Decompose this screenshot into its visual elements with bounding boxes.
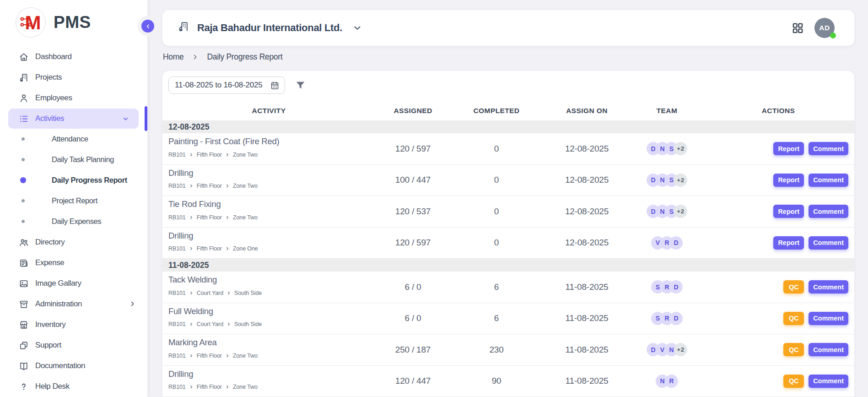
comment-button[interactable]: Comment	[809, 236, 848, 250]
assign-on-value: 11-08-2025	[542, 376, 631, 386]
comment-button[interactable]: Comment	[809, 142, 848, 155]
bullet-icon	[20, 199, 26, 202]
row-actions: ReportComment	[702, 236, 854, 250]
team-more-badge[interactable]: +2	[674, 174, 687, 187]
column-header-team: TEAM	[631, 107, 702, 115]
team-avatars: NR	[631, 375, 702, 388]
chevron-right-icon	[189, 152, 194, 157]
sidebar-subitem-project-report[interactable]: Project Report	[0, 190, 147, 211]
completed-value: 0	[451, 207, 542, 217]
sidebar-item-label: Dashboard	[35, 52, 136, 61]
sidebar-item-projects[interactable]: Projects	[0, 67, 147, 87]
team-more-badge[interactable]: +2	[674, 343, 687, 356]
team-more-badge[interactable]: +2	[674, 142, 687, 155]
sidebar: M PMS DashboardProjectsEmployeesActiviti…	[0, 0, 147, 397]
online-status-dot	[830, 33, 836, 38]
bullet-icon	[20, 158, 26, 161]
question-icon	[19, 381, 29, 392]
table-row: Tack WeldingRB101Court YardSouth Side6 /…	[162, 272, 854, 303]
comment-button[interactable]: Comment	[809, 174, 848, 187]
date-range-input[interactable]: 11-08-2025 to 16-08-2025	[168, 76, 285, 94]
team-avatar: D	[669, 312, 683, 325]
completed-value: 0	[451, 144, 542, 154]
sidebar-item-support[interactable]: Support	[0, 335, 147, 355]
comment-button[interactable]: Comment	[809, 280, 848, 294]
team-more-badge[interactable]: +2	[674, 205, 687, 218]
company-name: Raja Bahadur International Ltd.	[197, 22, 342, 34]
date-group-header: 12-08-2025	[162, 120, 854, 133]
sidebar-item-activities[interactable]: Activities	[8, 109, 139, 129]
user-avatar[interactable]: AD	[814, 18, 835, 38]
sidebar-subitem-daily-expenses[interactable]: Daily Expenses	[0, 211, 147, 232]
sidebar-menu: DashboardProjectsEmployeesActivitiesAtte…	[0, 40, 147, 397]
sidebar-subitem-attendance[interactable]: Attendance	[0, 129, 147, 149]
report-button[interactable]: Report	[773, 142, 804, 155]
sidebar-item-label: Inventory	[35, 320, 136, 329]
sidebar-item-expense[interactable]: Expense	[0, 252, 147, 273]
comment-button[interactable]: Comment	[809, 343, 848, 356]
qc-button[interactable]: QC	[783, 375, 804, 388]
assigned-value: 120 / 597	[375, 144, 451, 154]
breadcrumb: Home Daily Progress Report	[163, 52, 282, 62]
filter-button[interactable]	[295, 80, 306, 91]
chevron-right-icon	[225, 385, 230, 389]
assign-on-value: 12-08-2025	[542, 175, 631, 185]
activity-location: RB101Court YardSouth Side	[168, 290, 375, 296]
apps-grid-button[interactable]	[792, 22, 804, 34]
assign-on-value: 12-08-2025	[542, 207, 631, 217]
sidebar-collapse-button[interactable]	[141, 20, 154, 33]
qc-button[interactable]: QC	[783, 280, 804, 294]
store-icon	[19, 320, 29, 330]
topbar: Raja Bahadur International Ltd. AD	[162, 10, 854, 46]
sidebar-item-documentation[interactable]: Documentation	[0, 355, 147, 376]
team-avatars: DNS+2	[631, 142, 702, 155]
activity-location: RB101Fifth FloorZone Two	[168, 384, 375, 390]
activity-title: Tie Rod Fixing	[168, 199, 375, 209]
sidebar-item-directory[interactable]: Directory	[0, 232, 147, 252]
assigned-value: 6 / 0	[375, 313, 451, 323]
row-actions: QCComment	[702, 343, 854, 356]
report-button[interactable]: Report	[773, 174, 804, 187]
sidebar-subitem-daily-progress-report[interactable]: Daily Progress Report	[0, 170, 147, 190]
report-button[interactable]: Report	[773, 236, 804, 250]
breadcrumb-current: Daily Progress Report	[207, 52, 282, 62]
comment-button[interactable]: Comment	[809, 312, 848, 325]
chevron-right-icon	[189, 184, 194, 188]
sidebar-item-label: Directory	[35, 238, 136, 247]
sidebar-item-label: Expense	[35, 258, 136, 267]
comment-button[interactable]: Comment	[809, 205, 848, 218]
sidebar-subitem-label: Daily Progress Report	[52, 176, 127, 185]
assign-on-value: 12-08-2025	[542, 144, 631, 154]
column-header-assigned: ASSIGNED	[375, 107, 451, 115]
location-segment: Fifth Floor	[197, 152, 222, 158]
qc-button[interactable]: QC	[783, 312, 804, 325]
location-segment: Zone Two	[233, 214, 258, 221]
company-selector[interactable]: Raja Bahadur International Ltd.	[178, 21, 362, 35]
sidebar-subitem-daily-task-planning[interactable]: Daily Task Planning	[0, 149, 147, 170]
sidebar-item-help-desk[interactable]: Help Desk	[0, 376, 147, 397]
activity-title: Painting - First Coat (Fire Red)	[168, 136, 375, 147]
location-segment: Zone Two	[233, 152, 258, 158]
activity-title: Drilling	[168, 168, 375, 178]
comment-button[interactable]: Comment	[809, 375, 848, 388]
bullet-icon	[20, 177, 26, 183]
sidebar-item-image-gallary[interactable]: Image Gallary	[0, 273, 147, 294]
location-segment: Fifth Floor	[197, 353, 222, 359]
location-segment: Fifth Floor	[197, 214, 222, 221]
assign-on-value: 11-08-2025	[542, 282, 631, 292]
sidebar-item-dashboard[interactable]: Dashboard	[0, 46, 147, 67]
sidebar-item-employees[interactable]: Employees	[0, 87, 147, 108]
sidebar-item-administration[interactable]: Administration	[0, 294, 147, 314]
home-icon	[19, 52, 29, 62]
sidebar-item-label: Employees	[35, 93, 136, 103]
qc-button[interactable]: QC	[783, 343, 804, 356]
location-segment: RB101	[168, 183, 186, 189]
sidebar-item-inventory[interactable]: Inventory	[0, 314, 147, 335]
location-segment: Fifth Floor	[197, 384, 222, 390]
chevron-right-icon	[226, 291, 231, 295]
location-segment: RB101	[168, 321, 186, 327]
sidebar-subitem-label: Attendance	[52, 135, 88, 143]
assigned-value: 6 / 0	[375, 282, 451, 292]
report-button[interactable]: Report	[773, 205, 804, 218]
breadcrumb-home[interactable]: Home	[163, 52, 183, 62]
